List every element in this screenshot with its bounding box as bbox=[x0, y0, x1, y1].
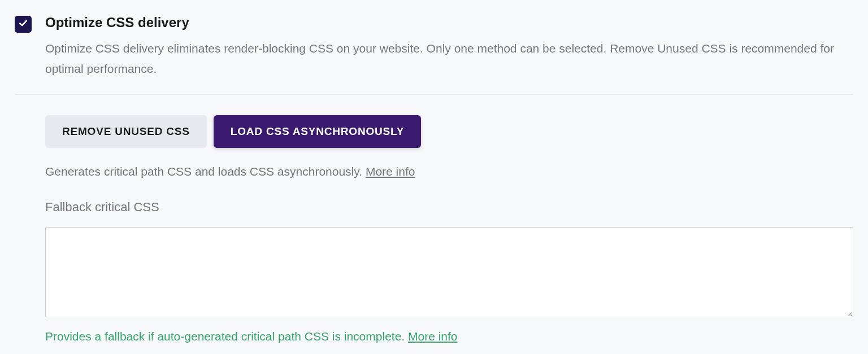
method-panel: Remove Unused CSS Load CSS Asynchronousl… bbox=[45, 115, 853, 343]
option-title: Optimize CSS delivery bbox=[45, 15, 853, 30]
section-divider bbox=[15, 94, 853, 95]
async-more-info-link[interactable]: More info bbox=[366, 165, 415, 178]
fallback-more-info-link[interactable]: More info bbox=[408, 330, 458, 343]
check-icon bbox=[18, 18, 28, 30]
tab-load-css-async[interactable]: Load CSS Asynchronously bbox=[214, 115, 421, 148]
async-help-label: Generates critical path CSS and loads CS… bbox=[45, 165, 366, 178]
option-description: Optimize CSS delivery eliminates render-… bbox=[45, 38, 853, 78]
fallback-css-label: Fallback critical CSS bbox=[45, 200, 853, 215]
option-content: Optimize CSS delivery Optimize CSS deliv… bbox=[45, 15, 853, 78]
async-help-text: Generates critical path CSS and loads CS… bbox=[45, 165, 853, 178]
css-method-tabs: Remove Unused CSS Load CSS Asynchronousl… bbox=[45, 115, 853, 148]
fallback-help-label: Provides a fallback if auto-generated cr… bbox=[45, 330, 408, 343]
fallback-css-textarea[interactable] bbox=[45, 227, 853, 317]
optimize-css-checkbox[interactable] bbox=[15, 16, 32, 33]
optimize-css-option: Optimize CSS delivery Optimize CSS deliv… bbox=[15, 15, 853, 78]
tab-remove-unused-css[interactable]: Remove Unused CSS bbox=[45, 115, 207, 148]
fallback-help-text: Provides a fallback if auto-generated cr… bbox=[45, 330, 853, 343]
